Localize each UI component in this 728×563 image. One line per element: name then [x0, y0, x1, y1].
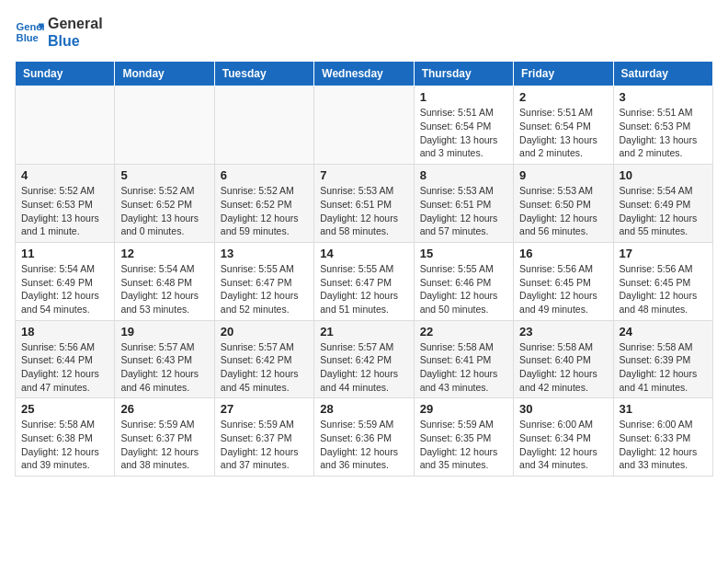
calendar-cell: 9Sunrise: 5:53 AMSunset: 6:50 PMDaylight… [514, 165, 613, 243]
day-info: Sunrise: 5:52 AMSunset: 6:53 PMDaylight:… [21, 184, 108, 238]
day-number: 30 [519, 402, 607, 416]
day-number: 11 [21, 247, 108, 260]
page-header: General Blue General Blue [15, 15, 713, 50]
day-number: 24 [620, 325, 707, 339]
day-info: Sunrise: 5:59 AMSunset: 6:36 PMDaylight:… [320, 418, 407, 472]
day-info: Sunrise: 5:56 AMSunset: 6:45 PMDaylight:… [620, 262, 707, 316]
day-number: 2 [519, 90, 607, 104]
day-info: Sunrise: 5:54 AMSunset: 6:49 PMDaylight:… [21, 262, 108, 316]
day-number: 16 [519, 247, 607, 260]
calendar-week-4: 18Sunrise: 5:56 AMSunset: 6:44 PMDayligh… [16, 320, 713, 398]
calendar-cell: 5Sunrise: 5:52 AMSunset: 6:52 PMDaylight… [115, 165, 214, 243]
calendar-cell [314, 86, 414, 165]
calendar-cell: 27Sunrise: 5:59 AMSunset: 6:37 PMDayligh… [214, 398, 313, 477]
day-info: Sunrise: 5:59 AMSunset: 6:35 PMDaylight:… [420, 418, 507, 472]
weekday-header-wednesday: Wednesday [314, 62, 414, 86]
day-info: Sunrise: 5:59 AMSunset: 6:37 PMDaylight:… [221, 418, 308, 472]
day-info: Sunrise: 5:52 AMSunset: 6:52 PMDaylight:… [120, 184, 208, 238]
weekday-header-tuesday: Tuesday [214, 62, 313, 86]
calendar-cell [115, 86, 214, 165]
day-info: Sunrise: 5:56 AMSunset: 6:44 PMDaylight:… [21, 340, 108, 395]
calendar-cell: 21Sunrise: 5:57 AMSunset: 6:42 PMDayligh… [314, 320, 414, 398]
day-info: Sunrise: 5:52 AMSunset: 6:52 PMDaylight:… [221, 184, 308, 238]
day-number: 6 [221, 168, 308, 182]
day-info: Sunrise: 5:59 AMSunset: 6:37 PMDaylight:… [120, 418, 208, 472]
day-info: Sunrise: 5:51 AMSunset: 6:54 PMDaylight:… [519, 106, 607, 160]
day-number: 23 [519, 325, 607, 339]
calendar-cell: 19Sunrise: 5:57 AMSunset: 6:43 PMDayligh… [115, 320, 214, 398]
day-info: Sunrise: 5:51 AMSunset: 6:53 PMDaylight:… [620, 106, 707, 160]
day-number: 7 [320, 168, 407, 182]
calendar-cell [16, 86, 115, 165]
day-number: 29 [420, 402, 507, 416]
calendar-week-3: 11Sunrise: 5:54 AMSunset: 6:49 PMDayligh… [16, 242, 713, 320]
calendar-cell: 24Sunrise: 5:58 AMSunset: 6:39 PMDayligh… [613, 320, 712, 398]
weekday-header-sunday: Sunday [16, 62, 115, 86]
logo-subtext: Blue [48, 32, 103, 50]
day-info: Sunrise: 5:55 AMSunset: 6:47 PMDaylight:… [320, 262, 407, 316]
calendar-cell: 25Sunrise: 5:58 AMSunset: 6:38 PMDayligh… [16, 398, 115, 477]
calendar-cell: 1Sunrise: 5:51 AMSunset: 6:54 PMDaylight… [414, 86, 513, 165]
day-number: 4 [21, 168, 108, 182]
calendar-cell: 2Sunrise: 5:51 AMSunset: 6:54 PMDaylight… [514, 86, 613, 165]
day-info: Sunrise: 5:53 AMSunset: 6:51 PMDaylight:… [320, 184, 407, 238]
calendar-week-1: 1Sunrise: 5:51 AMSunset: 6:54 PMDaylight… [16, 86, 713, 165]
weekday-header-friday: Friday [514, 62, 613, 86]
day-number: 27 [221, 402, 308, 416]
calendar-cell: 17Sunrise: 5:56 AMSunset: 6:45 PMDayligh… [613, 242, 712, 320]
calendar-cell: 31Sunrise: 6:00 AMSunset: 6:33 PMDayligh… [613, 398, 712, 477]
calendar-cell: 8Sunrise: 5:53 AMSunset: 6:51 PMDaylight… [414, 165, 513, 243]
logo: General Blue General Blue [15, 15, 103, 50]
calendar-cell: 3Sunrise: 5:51 AMSunset: 6:53 PMDaylight… [613, 86, 712, 165]
weekday-header-row: SundayMondayTuesdayWednesdayThursdayFrid… [16, 62, 713, 86]
day-number: 22 [420, 325, 507, 339]
day-info: Sunrise: 5:53 AMSunset: 6:51 PMDaylight:… [420, 184, 507, 238]
day-number: 9 [519, 168, 607, 182]
day-number: 1 [420, 90, 507, 104]
day-info: Sunrise: 5:58 AMSunset: 6:40 PMDaylight:… [519, 340, 607, 395]
logo-text: General [48, 15, 103, 32]
calendar-cell: 20Sunrise: 5:57 AMSunset: 6:42 PMDayligh… [214, 320, 313, 398]
day-info: Sunrise: 5:57 AMSunset: 6:43 PMDaylight:… [120, 340, 208, 395]
day-info: Sunrise: 5:56 AMSunset: 6:45 PMDaylight:… [519, 262, 607, 316]
day-number: 26 [120, 402, 208, 416]
weekday-header-monday: Monday [115, 62, 214, 86]
calendar-cell: 15Sunrise: 5:55 AMSunset: 6:46 PMDayligh… [414, 242, 513, 320]
day-number: 28 [320, 402, 407, 416]
calendar-cell: 30Sunrise: 6:00 AMSunset: 6:34 PMDayligh… [514, 398, 613, 477]
day-info: Sunrise: 5:54 AMSunset: 6:49 PMDaylight:… [620, 184, 707, 238]
day-info: Sunrise: 5:55 AMSunset: 6:46 PMDaylight:… [420, 262, 507, 316]
day-number: 3 [620, 90, 707, 104]
calendar-cell: 18Sunrise: 5:56 AMSunset: 6:44 PMDayligh… [16, 320, 115, 398]
calendar-cell: 12Sunrise: 5:54 AMSunset: 6:48 PMDayligh… [115, 242, 214, 320]
day-info: Sunrise: 5:51 AMSunset: 6:54 PMDaylight:… [420, 106, 507, 160]
day-info: Sunrise: 5:57 AMSunset: 6:42 PMDaylight:… [320, 340, 407, 395]
day-number: 21 [320, 325, 407, 339]
calendar-week-2: 4Sunrise: 5:52 AMSunset: 6:53 PMDaylight… [16, 165, 713, 243]
calendar-cell: 16Sunrise: 5:56 AMSunset: 6:45 PMDayligh… [514, 242, 613, 320]
day-number: 12 [120, 247, 208, 260]
calendar-cell: 23Sunrise: 5:58 AMSunset: 6:40 PMDayligh… [514, 320, 613, 398]
calendar-cell: 7Sunrise: 5:53 AMSunset: 6:51 PMDaylight… [314, 165, 414, 243]
day-number: 15 [420, 247, 507, 260]
day-info: Sunrise: 5:58 AMSunset: 6:41 PMDaylight:… [420, 340, 507, 395]
day-number: 5 [120, 168, 208, 182]
calendar-cell: 10Sunrise: 5:54 AMSunset: 6:49 PMDayligh… [613, 165, 712, 243]
calendar-cell: 6Sunrise: 5:52 AMSunset: 6:52 PMDaylight… [214, 165, 313, 243]
calendar-cell: 26Sunrise: 5:59 AMSunset: 6:37 PMDayligh… [115, 398, 214, 477]
calendar-cell: 28Sunrise: 5:59 AMSunset: 6:36 PMDayligh… [314, 398, 414, 477]
calendar-cell: 29Sunrise: 5:59 AMSunset: 6:35 PMDayligh… [414, 398, 513, 477]
day-info: Sunrise: 5:54 AMSunset: 6:48 PMDaylight:… [120, 262, 208, 316]
calendar-table: SundayMondayTuesdayWednesdayThursdayFrid… [15, 61, 713, 477]
calendar-cell: 4Sunrise: 5:52 AMSunset: 6:53 PMDaylight… [16, 165, 115, 243]
day-number: 18 [21, 325, 108, 339]
weekday-header-saturday: Saturday [613, 62, 712, 86]
day-number: 31 [620, 402, 707, 416]
weekday-header-thursday: Thursday [414, 62, 513, 86]
day-info: Sunrise: 5:53 AMSunset: 6:50 PMDaylight:… [519, 184, 607, 238]
calendar-cell: 14Sunrise: 5:55 AMSunset: 6:47 PMDayligh… [314, 242, 414, 320]
calendar-cell [214, 86, 313, 165]
day-number: 19 [120, 325, 208, 339]
calendar-week-5: 25Sunrise: 5:58 AMSunset: 6:38 PMDayligh… [16, 398, 713, 477]
day-number: 17 [620, 247, 707, 260]
